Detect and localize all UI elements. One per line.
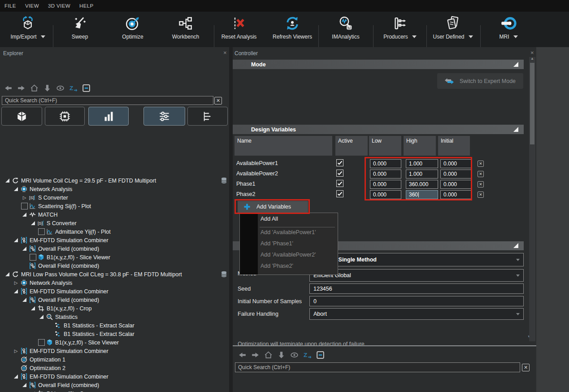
tree-item-b1-x-y-z-f0-crop[interactable]: B1(x,y,z,f0) - Crop — [0, 389, 258, 392]
tree-item-em-fdtd-simulation-combiner[interactable]: EM-FDTD Simulation Combiner — [0, 236, 241, 244]
visibility-checkbox[interactable] — [38, 339, 45, 346]
expanded-arrow-icon[interactable] — [31, 221, 35, 225]
dropdown-arrow-icon[interactable] — [469, 35, 473, 38]
active-checkbox[interactable] — [336, 180, 343, 187]
remove-variable-button[interactable]: ✕ — [478, 171, 484, 177]
toolbar-button-sweep[interactable]: Sweep — [55, 13, 104, 46]
down-icon[interactable] — [43, 83, 52, 93]
tree-item-overall-field-combined[interactable]: Overall Field (combined) — [0, 296, 250, 304]
view-button-model-cube[interactable] — [1, 107, 42, 126]
toolbar-button-producers[interactable]: Producers — [375, 13, 425, 46]
mode-section-header[interactable]: Mode — [233, 60, 524, 69]
panel-splitter[interactable] — [229, 47, 233, 392]
package-dropdown[interactable]: DAKOTA Single Method — [309, 253, 524, 266]
expanded-arrow-icon[interactable] — [5, 179, 9, 183]
tree-item-em-fdtd-simulation-combiner[interactable]: EM-FDTD Simulation Combiner — [0, 372, 241, 381]
scrollbar-thumb[interactable] — [530, 63, 534, 144]
menu-view[interactable]: VIEW — [25, 3, 39, 9]
tree-item-b1-x-y-z-f0-slice-viewer[interactable]: B1(x,y,z,f0) - Slice Viewer — [0, 338, 267, 347]
low-value-input[interactable]: 0.000 — [370, 180, 401, 189]
forward-icon[interactable] — [251, 350, 260, 360]
view-button-analysis-bars[interactable] — [88, 107, 129, 126]
tree-item-b1-x-y-z-f0-crop[interactable]: B1(x,y,z,f0) - Crop — [0, 304, 258, 313]
tree-item-network-analysis[interactable]: Network Analysis — [0, 185, 241, 193]
active-checkbox[interactable] — [336, 190, 343, 197]
high-value-input[interactable]: 1.000 — [406, 159, 438, 168]
remove-variable-button[interactable]: ✕ — [478, 181, 484, 187]
expanded-arrow-icon[interactable] — [31, 306, 35, 310]
tree-item-overall-field-combined[interactable]: Overall Field (combined) — [0, 381, 250, 389]
expanded-arrow-icon[interactable] — [22, 213, 26, 217]
view-button-controller-sliders[interactable] — [143, 107, 185, 126]
dropdown-arrow-icon[interactable] — [513, 35, 518, 38]
visibility-checkbox[interactable] — [30, 254, 36, 261]
add-variables-button[interactable]: Add Variables — [238, 201, 308, 213]
toolbar-button-imanalytics[interactable]: IMAnalytics — [320, 13, 371, 46]
dropdown-arrow-icon[interactable] — [41, 35, 45, 38]
switch-to-expert-mode-button[interactable]: Switch to Expert Mode — [437, 73, 523, 89]
collapse-all-icon[interactable] — [316, 350, 325, 360]
tree-item-match[interactable]: MATCH — [0, 210, 250, 219]
tree-item-optimization-2[interactable]: Optimization 2 — [0, 364, 241, 372]
high-value-input[interactable]: 1.000 — [406, 170, 438, 179]
low-value-input[interactable]: 0.000 — [370, 170, 401, 179]
menu-item-add-availablepower1[interactable]: Add 'AvailablePower1' — [261, 229, 316, 235]
explorer-search-input[interactable] — [2, 96, 213, 105]
high-value-input[interactable]: 360.000 — [406, 180, 438, 189]
expanded-arrow-icon[interactable] — [22, 298, 26, 302]
controller-search-clear-button[interactable]: ✕ — [522, 364, 530, 371]
toolbar-button-reset-analysis[interactable]: Reset Analysis — [214, 13, 264, 46]
design-variables-section-header[interactable]: Design Variables — [233, 125, 524, 134]
toolbar-button-mri[interactable]: MRI — [483, 13, 534, 46]
expanded-arrow-icon[interactable] — [14, 289, 18, 293]
expanded-arrow-icon[interactable] — [22, 247, 26, 251]
sort-z-icon[interactable] — [303, 350, 312, 360]
explorer-search-clear-button[interactable]: ✕ — [214, 97, 222, 105]
menu-help[interactable]: HELP — [79, 3, 94, 9]
tree-item-s-converter[interactable]: ▷S Converter — [0, 193, 250, 202]
menu-file[interactable]: FILE — [4, 3, 16, 9]
low-value-input[interactable]: 0.000 — [370, 159, 401, 168]
active-checkbox[interactable] — [336, 170, 343, 177]
explorer-close-icon[interactable]: × — [223, 49, 227, 56]
expanded-arrow-icon[interactable] — [14, 187, 18, 191]
back-icon[interactable] — [238, 350, 247, 360]
method-dropdown[interactable]: Efficient Global — [309, 269, 524, 282]
toolbar-button-refresh-viewers[interactable]: Refresh Viewers — [266, 13, 318, 46]
tree-item-admittance-yij-f-plot[interactable]: Admittance Yij(f) - Plot — [0, 227, 267, 236]
failure-handling-dropdown[interactable]: Abort — [309, 308, 524, 320]
visibility-checkbox[interactable] — [38, 228, 45, 235]
remove-variable-button[interactable]: ✕ — [478, 161, 484, 167]
tree-item-b1-x-y-z-f0-slice-viewer[interactable]: B1(x,y,z,f0) - Slice Viewer — [0, 253, 258, 261]
dropdown-arrow-icon[interactable] — [412, 35, 417, 38]
forward-icon[interactable] — [17, 83, 26, 93]
home-icon[interactable] — [264, 350, 273, 360]
expanded-arrow-icon[interactable] — [14, 238, 18, 242]
toolbar-button-user-defined[interactable]: User Defined — [427, 13, 479, 46]
visibility-icon[interactable] — [56, 83, 65, 93]
tree-item-statistics[interactable]: Statistics — [0, 313, 267, 321]
collapse-all-icon[interactable] — [82, 83, 91, 93]
view-button-simulation-chip[interactable] — [45, 107, 85, 126]
vertical-scrollbar[interactable]: ▲ — [529, 57, 535, 341]
initial-samples-input[interactable]: 0 — [309, 296, 524, 306]
initial-value-input[interactable]: 0.000 — [440, 180, 472, 189]
back-icon[interactable] — [4, 83, 13, 93]
collapsed-arrow-icon[interactable]: ▷ — [14, 281, 18, 285]
menu-item-add-all[interactable]: Add All — [261, 216, 278, 222]
menu-item-add-phase2[interactable]: Add 'Phase2' — [261, 263, 293, 269]
tree-item-s-converter[interactable]: S Converter — [0, 219, 258, 227]
initial-value-input[interactable]: 0.000 — [440, 190, 472, 199]
home-icon[interactable] — [30, 83, 39, 93]
visibility-icon[interactable] — [290, 350, 299, 360]
view-button-pipeline-tree[interactable] — [187, 107, 228, 126]
menu-item-add-phase1[interactable]: Add 'Phase1' — [261, 240, 293, 247]
sort-z-icon[interactable] — [69, 83, 78, 93]
tree-item-overall-field-combined[interactable]: Overall Field (combined) — [0, 261, 250, 270]
scroll-up-icon[interactable]: ▲ — [530, 57, 534, 61]
controller-search-input[interactable] — [235, 362, 520, 372]
tree-item-mri-low-pass-volume-coil-cleg-30-8-pf-em-fdtd-multiport[interactable]: MRI Low Pass Volume Coil CLeg = 30.8 pF … — [0, 270, 233, 279]
toolbar-button-optimize[interactable]: Optimize — [108, 13, 157, 46]
toolbar-button-workbench[interactable]: Workbench — [161, 13, 210, 46]
toolbar-button-imp-export[interactable]: Imp/Export — [4, 13, 52, 46]
